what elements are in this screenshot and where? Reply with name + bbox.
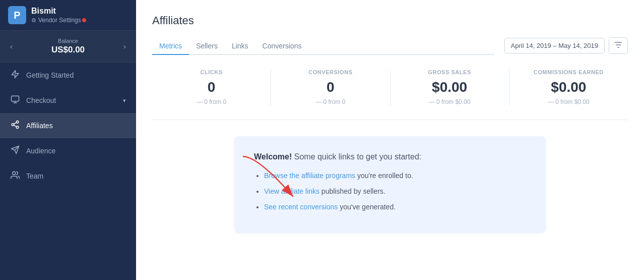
date-range-button[interactable]: April 14, 2019 – May 14, 2019 [504, 38, 605, 53]
tabs-container: Metrics Sellers Links Conversions [152, 38, 494, 55]
stat-change: — 0 from $0.00 [520, 98, 618, 105]
page-title: Affiliates [152, 14, 628, 27]
sidebar: P Bismit ⚙ Vendor Settings ‹ Balance US$… [0, 0, 136, 280]
browse-programs-link[interactable]: Browse the affiliate programs [264, 172, 355, 180]
tab-links[interactable]: Links [225, 38, 255, 55]
stat-change: — 0 from 0 [281, 98, 379, 105]
stat-value: 0 [281, 79, 379, 95]
view-links-link[interactable]: View affiliate links [264, 187, 319, 195]
stat-value: $0.00 [520, 79, 618, 95]
welcome-area: Welcome! Some quick links to get you sta… [152, 136, 628, 234]
stat-label: GROSS SALES [401, 69, 499, 75]
getting-started-icon [10, 70, 20, 81]
brand-logo: P [8, 6, 26, 24]
brand-name: Bismit [31, 7, 86, 16]
balance-next-arrow[interactable]: › [121, 40, 128, 52]
svg-line-6 [14, 125, 16, 127]
sidebar-item-label: Affiliates [26, 122, 53, 130]
stat-value: $0.00 [401, 79, 499, 95]
sidebar-item-affiliates[interactable]: Affiliates [0, 113, 136, 138]
date-range-text: April 14, 2019 – May 14, 2019 [511, 42, 598, 49]
team-icon [10, 171, 20, 182]
tab-sellers[interactable]: Sellers [189, 38, 225, 55]
balance-prev-arrow[interactable]: ‹ [8, 40, 15, 52]
welcome-heading: Welcome! Some quick links to get you sta… [254, 152, 526, 161]
balance-label: Balance [15, 38, 122, 44]
vendor-settings-link[interactable]: ⚙ Vendor Settings [31, 17, 86, 24]
balance-bar: ‹ Balance US$0.00 › [0, 31, 136, 63]
chevron-down-icon: ▾ [123, 97, 126, 104]
stat-conversions: CONVERSIONS 0 — 0 from 0 [271, 69, 390, 105]
svg-rect-0 [12, 96, 19, 101]
sidebar-item-label: Getting Started [26, 71, 74, 79]
balance-info: Balance US$0.00 [15, 38, 122, 55]
tab-metrics[interactable]: Metrics [152, 38, 189, 55]
stat-clicks: CLICKS 0 — 0 from 0 [152, 69, 271, 105]
header-area: Metrics Sellers Links Conversions April … [152, 37, 628, 55]
stat-label: CLICKS [162, 69, 261, 75]
checkout-icon [10, 95, 20, 106]
audience-icon [10, 145, 20, 156]
svg-line-7 [14, 123, 16, 124]
stat-gross-sales: GROSS SALES $0.00 — 0 from $0.00 [391, 69, 509, 105]
filter-button[interactable] [609, 37, 628, 54]
sidebar-header: P Bismit ⚙ Vendor Settings [0, 0, 136, 31]
list-item: See recent conversions you've generated. [264, 202, 526, 212]
stat-label: COMMISSIONS EARNED [520, 69, 618, 75]
filter-icon [614, 42, 622, 50]
welcome-list: Browse the affiliate programs you're enr… [254, 171, 526, 212]
list-item: View affiliate links published by seller… [264, 186, 526, 197]
stat-change: — 0 from 0 [162, 98, 261, 105]
affiliates-icon [10, 120, 20, 131]
stat-label: CONVERSIONS [281, 69, 379, 75]
gear-icon: ⚙ [31, 17, 36, 24]
sidebar-item-getting-started[interactable]: Getting Started [0, 63, 136, 88]
welcome-box: Welcome! Some quick links to get you sta… [234, 136, 546, 234]
list-item: Browse the affiliate programs you're enr… [264, 171, 526, 181]
sidebar-item-label: Checkout [26, 96, 56, 104]
main-content: Affiliates Metrics Sellers Links Convers… [136, 0, 644, 280]
sidebar-item-team[interactable]: Team [0, 163, 136, 189]
sidebar-item-label: Team [26, 172, 43, 180]
stat-value: 0 [162, 79, 261, 95]
svg-point-10 [13, 172, 16, 175]
notification-dot [82, 18, 86, 22]
tab-conversions[interactable]: Conversions [255, 38, 309, 55]
stat-change: — 0 from $0.00 [401, 98, 499, 105]
stat-commissions: COMMISSIONS EARNED $0.00 — 0 from $0.00 [509, 69, 628, 105]
sidebar-item-audience[interactable]: Audience [0, 138, 136, 163]
balance-amount: US$0.00 [15, 45, 122, 55]
sidebar-item-label: Audience [26, 147, 55, 155]
stats-row: CLICKS 0 — 0 from 0 CONVERSIONS 0 — 0 fr… [152, 69, 628, 120]
sidebar-nav: Getting Started Checkout ▾ Affiliates Au… [0, 63, 136, 189]
recent-conversions-link[interactable]: See recent conversions [264, 203, 338, 211]
sidebar-item-checkout[interactable]: Checkout ▾ [0, 88, 136, 113]
